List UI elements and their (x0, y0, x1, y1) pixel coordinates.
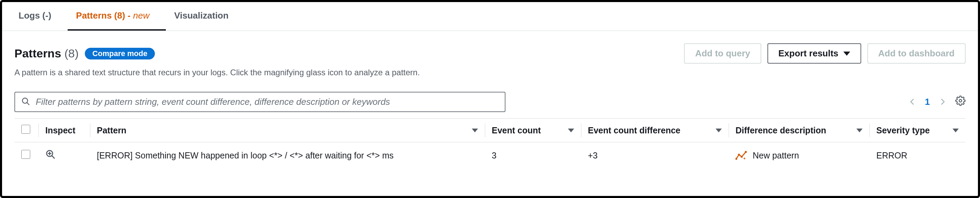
filter-input-wrap[interactable] (14, 92, 506, 112)
cell-severity: ERROR (869, 142, 966, 169)
add-to-dashboard-label: Add to dashboard (878, 48, 955, 59)
col-diff-desc[interactable]: Difference description (729, 118, 869, 142)
svg-line-1 (27, 102, 29, 105)
add-to-query-button[interactable]: Add to query (684, 43, 761, 64)
cell-diff-desc: New pattern (752, 150, 799, 161)
col-severity-label: Severity type (876, 126, 930, 136)
page-title: Patterns (8) (14, 47, 79, 60)
tab-visualization-label: Visualization (174, 10, 228, 21)
col-event-count-diff-label: Event count difference (588, 126, 681, 136)
prev-page-button[interactable] (908, 96, 916, 108)
svg-line-4 (52, 156, 55, 158)
page-number: 1 (925, 97, 930, 107)
col-inspect-label: Inspect (45, 126, 76, 136)
pagination: 1 (908, 96, 966, 108)
col-event-count[interactable]: Event count (485, 118, 581, 142)
export-results-button[interactable]: Export results (767, 43, 861, 64)
action-buttons: Add to query Export results Add to dashb… (684, 43, 966, 64)
col-checkbox (14, 118, 38, 142)
tabs-bar: Logs (-) Patterns (8) - new Visualizatio… (2, 2, 978, 31)
tab-patterns[interactable]: Patterns (8) - new (68, 2, 166, 30)
sort-caret-icon (856, 129, 862, 133)
col-inspect[interactable]: Inspect (38, 118, 90, 142)
tab-logs[interactable]: Logs (-) (10, 2, 68, 30)
tab-patterns-label: Patterns (8) - (76, 10, 133, 21)
new-pattern-icon (735, 150, 747, 160)
add-to-dashboard-button[interactable]: Add to dashboard (867, 43, 966, 64)
svg-point-8 (738, 154, 740, 156)
table-row: [ERROR] Something NEW happened in loop <… (14, 142, 966, 169)
patterns-table: Inspect Pattern Event count Event count … (2, 118, 978, 168)
svg-point-10 (745, 151, 747, 153)
page-title-count: (8) (65, 47, 79, 60)
page-title-text: Patterns (14, 47, 61, 60)
col-severity[interactable]: Severity type (869, 118, 966, 142)
col-pattern-label: Pattern (97, 126, 126, 136)
sort-caret-icon (716, 129, 722, 133)
sort-caret-icon (953, 129, 959, 133)
tab-visualization[interactable]: Visualization (166, 2, 245, 30)
cell-event-count: 3 (485, 142, 581, 169)
col-event-count-diff[interactable]: Event count difference (581, 118, 729, 142)
filter-row: 1 (2, 86, 978, 118)
tab-logs-label: Logs (-) (19, 10, 51, 21)
sort-caret-icon (568, 129, 574, 133)
col-diff-desc-label: Difference description (735, 126, 826, 136)
description: A pattern is a shared text structure tha… (2, 68, 978, 86)
export-results-label: Export results (778, 48, 838, 59)
select-all-checkbox[interactable] (21, 125, 30, 134)
settings-gear-icon[interactable] (955, 96, 966, 108)
compare-mode-badge[interactable]: Compare mode (85, 48, 155, 59)
col-event-count-label: Event count (492, 126, 541, 136)
inspect-magnify-icon[interactable] (45, 149, 56, 160)
row-checkbox[interactable] (21, 150, 30, 159)
tab-patterns-new: new (133, 10, 150, 21)
sort-caret-icon (472, 129, 478, 133)
cell-event-count-diff: +3 (581, 142, 729, 169)
caret-down-icon (843, 51, 850, 56)
next-page-button[interactable] (939, 96, 947, 108)
filter-input[interactable] (36, 97, 499, 107)
title-area: Patterns (8) Compare mode Add to query E… (2, 31, 978, 68)
col-pattern[interactable]: Pattern (90, 118, 485, 142)
search-icon (21, 97, 30, 107)
svg-point-9 (741, 156, 743, 158)
svg-point-2 (959, 99, 962, 102)
cell-pattern: [ERROR] Something NEW happened in loop <… (90, 142, 485, 169)
add-to-query-label: Add to query (695, 48, 750, 59)
